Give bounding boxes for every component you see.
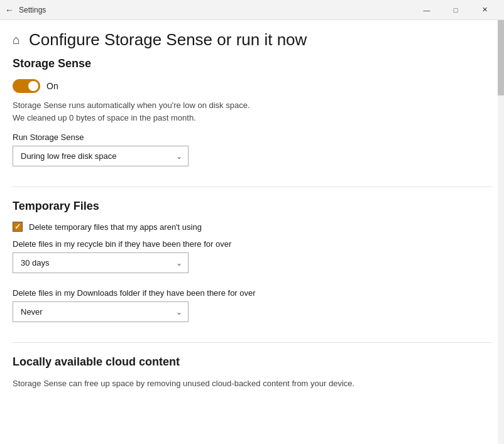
section-divider-1 xyxy=(13,187,491,187)
toggle-thumb xyxy=(28,81,38,91)
scrollbar-thumb[interactable] xyxy=(498,20,504,95)
maximize-button[interactable]: □ xyxy=(441,0,470,20)
storage-sense-section: Storage Sense On Storage Sense runs auto… xyxy=(13,57,491,181)
cloud-content-description: Storage Sense can free up space by remov… xyxy=(13,377,491,390)
toggle-row: On xyxy=(13,79,491,93)
back-icon[interactable]: ← xyxy=(5,5,14,15)
delete-temp-checkbox[interactable]: ✓ xyxy=(13,222,23,232)
storage-sense-title: Storage Sense xyxy=(13,57,491,70)
recycle-bin-label: Delete files in my recycle bin if they h… xyxy=(13,239,491,249)
temporary-files-title: Temporary Files xyxy=(13,200,491,213)
page-header: ⌂ Configure Storage Sense or run it now xyxy=(13,20,491,57)
close-button[interactable]: ✕ xyxy=(470,0,499,20)
home-icon[interactable]: ⌂ xyxy=(13,33,20,47)
storage-sense-description: Storage Sense runs automatically when yo… xyxy=(13,99,491,124)
title-bar: ← Settings — □ ✕ xyxy=(0,0,504,20)
scrollbar-track[interactable] xyxy=(498,20,504,444)
cloud-content-section: Locally available cloud content Storage … xyxy=(13,355,491,390)
delete-temp-label: Delete temporary files that my apps aren… xyxy=(29,222,202,232)
downloads-label: Delete files in my Downloads folder if t… xyxy=(13,288,491,298)
title-bar-left: ← Settings xyxy=(5,5,46,15)
temporary-files-section: Temporary Files ✓ Delete temporary files… xyxy=(13,200,491,337)
section-divider-2 xyxy=(13,342,491,343)
toggle-label: On xyxy=(47,81,58,91)
minimize-button[interactable]: — xyxy=(412,0,441,20)
delete-temp-files-row: ✓ Delete temporary files that my apps ar… xyxy=(13,222,491,232)
recycle-bin-select-container: Never 1 day 14 days 30 days 60 days ⌄ xyxy=(13,252,189,273)
downloads-select-container: Never 1 day 14 days 30 days 60 days ⌄ xyxy=(13,301,189,322)
cloud-content-title: Locally available cloud content xyxy=(13,355,491,369)
downloads-select[interactable]: Never 1 day 14 days 30 days 60 days xyxy=(13,301,189,322)
run-storage-sense-select-container: During low free disk space Every day Eve… xyxy=(13,146,189,166)
main-content: ⌂ Configure Storage Sense or run it now … xyxy=(0,20,504,444)
checkmark-icon: ✓ xyxy=(14,223,21,230)
storage-sense-toggle[interactable] xyxy=(13,79,40,93)
toggle-track xyxy=(13,79,40,93)
run-storage-sense-label: Run Storage Sense xyxy=(13,133,491,142)
page-title: Configure Storage Sense or run it now xyxy=(29,30,307,50)
title-bar-title: Settings xyxy=(19,6,46,14)
recycle-bin-select[interactable]: Never 1 day 14 days 30 days 60 days xyxy=(13,252,189,273)
title-bar-controls: — □ ✕ xyxy=(412,0,499,20)
run-storage-sense-select[interactable]: During low free disk space Every day Eve… xyxy=(13,146,189,166)
